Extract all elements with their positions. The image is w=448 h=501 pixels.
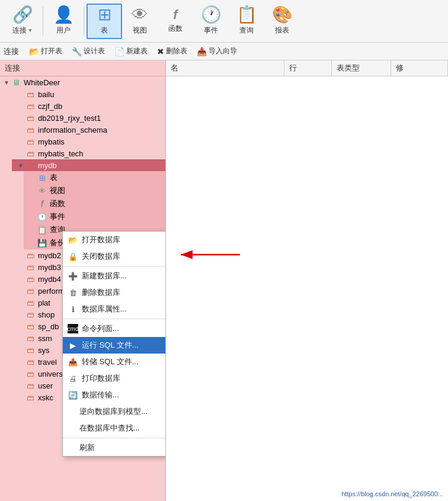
tree-root-toggle[interactable]: ▼	[2, 79, 11, 86]
label-mydb2: mydb2	[38, 251, 61, 260]
ctx-reverse-model[interactable]: 逆向数据库到模型...	[63, 403, 166, 420]
db-icon-mydb2: 🗃	[25, 250, 36, 260]
sidebar: 连接 ▼ 🖥 WhiteDeer 🗃 bailu 🗃 czjf_db	[0, 60, 166, 501]
import-wizard-button[interactable]: 📥 导入向导	[193, 44, 241, 58]
delete-table-button[interactable]: ✖ 删除表	[153, 44, 191, 58]
sidebar-header: 连接	[0, 60, 165, 76]
label-mybatis-tech: mybatis_tech	[38, 149, 84, 158]
ctx-cmd-label: 命令列面...	[82, 323, 119, 334]
func-label: 函数	[168, 24, 183, 34]
table-icon: ⊞	[98, 7, 111, 23]
ctx-refresh-label: 刷新	[79, 442, 95, 453]
import-wizard-label: 导入向导	[209, 46, 237, 56]
tree-item-mybatis[interactable]: 🗃 mybatis	[12, 136, 165, 147]
toolbar-report[interactable]: 🎨 报表	[264, 4, 300, 39]
toolbar-user[interactable]: 👤 用户	[46, 4, 81, 39]
label-bailu: bailu	[38, 90, 54, 99]
ctx-delete-db-icon: 🗑	[68, 288, 78, 297]
db-icon-sys: 🗃	[25, 345, 36, 355]
label-shop: shop	[38, 310, 55, 319]
ctx-data-transfer[interactable]: 🔄 数据传输...	[63, 387, 166, 403]
col-name: 名	[166, 60, 284, 76]
user-label: 用户	[56, 25, 71, 36]
ctx-run-sql-icon: ▶	[68, 341, 78, 350]
user-icon: 👤	[53, 7, 74, 23]
event-icon: 🕐	[201, 7, 222, 23]
toolbar-table[interactable]: ⊞ 表	[87, 4, 122, 39]
label-infschema: information_schema	[38, 126, 107, 134]
tree-item-event-folder[interactable]: 🕐 事件	[24, 210, 165, 223]
design-table-button[interactable]: 🔧 设计表	[68, 44, 109, 58]
db-icon-user: 🗃	[25, 381, 36, 390]
content-area: 连接 ▼ 🖥 WhiteDeer 🗃 bailu 🗃 czjf_db	[0, 60, 448, 501]
db-icon-infschema: 🗃	[25, 125, 36, 134]
label-mydb: mydb	[38, 161, 57, 170]
ctx-run-sql-label: 运行 SQL 文件...	[82, 340, 139, 351]
toolbar-connect[interactable]: 🔗 连接 ▼	[5, 4, 40, 39]
ctx-open-db[interactable]: 📂 打开数据库	[63, 232, 166, 248]
sub-toolbar-title: 连接	[4, 46, 19, 57]
ctx-delete-db[interactable]: 🗑 删除数据库	[63, 284, 166, 301]
ctx-db-props[interactable]: ℹ 数据库属性...	[63, 301, 166, 317]
label-mydb4: mydb4	[38, 275, 61, 284]
tree-item-func-folder[interactable]: f 函数	[24, 197, 165, 210]
toolbar-view[interactable]: 👁 视图	[122, 4, 158, 39]
ctx-transfer-sql[interactable]: 📤 转储 SQL 文件...	[63, 354, 166, 370]
ctx-new-db[interactable]: ➕ 新建数据库...	[63, 268, 166, 284]
tree-root[interactable]: ▼ 🖥 WhiteDeer	[0, 76, 165, 88]
folder-query-icon: 📋	[37, 225, 47, 235]
db-icon-bailu: 🗃	[25, 89, 36, 99]
label-plat: plat	[38, 298, 50, 307]
db-icon-db2019: 🗃	[25, 113, 36, 123]
tree-item-mybatis-tech[interactable]: 🗃 mybatis_tech	[12, 147, 165, 159]
col-rows: 行	[284, 60, 332, 76]
ctx-db-props-icon: ℹ	[68, 304, 78, 314]
db-icon-spdb: 🗃	[25, 322, 36, 331]
db-icon-plat: 🗃	[25, 298, 36, 307]
db-icon-mydb3: 🗃	[25, 262, 36, 272]
tree-item-infschema[interactable]: 🗃 information_schema	[12, 124, 165, 136]
tree-item-db2019[interactable]: 🗃 db2019_rjxy_test1	[12, 112, 165, 124]
toolbar-query[interactable]: 📋 查询	[229, 4, 264, 39]
toolbar-divider-2	[84, 7, 84, 36]
toolbar-event[interactable]: 🕐 事件	[193, 4, 229, 39]
query-label: 查询	[239, 25, 254, 36]
toggle-mydb[interactable]: ▼	[17, 162, 25, 169]
ctx-divider-3	[63, 438, 166, 438]
ctx-refresh[interactable]: 刷新	[63, 439, 166, 456]
new-table-button[interactable]: 📄 新建表	[110, 44, 152, 58]
ctx-data-transfer-label: 数据传输...	[82, 390, 119, 400]
ctx-cmd-line[interactable]: cmd 命令列面...	[63, 320, 166, 337]
folder-backup-icon: 💾	[37, 238, 47, 248]
db-icon-perf: 🗃	[25, 286, 36, 296]
tree-item-mydb[interactable]: ▼ 🗃 mydb	[12, 159, 165, 171]
ctx-run-sql[interactable]: ▶ 运行 SQL 文件...	[63, 337, 166, 354]
ctx-print-db-label: 打印数据库	[82, 373, 120, 384]
connect-arrow-icon: ▼	[28, 28, 33, 33]
ctx-divider-1	[63, 266, 166, 266]
view-icon: 👁	[132, 7, 148, 23]
design-table-label: 设计表	[84, 46, 105, 56]
db-icon-shop: 🗃	[25, 310, 36, 319]
ctx-data-transfer-icon: 🔄	[68, 390, 78, 400]
main-panel: 名 行 表类型 修	[166, 60, 448, 501]
tree-item-bailu[interactable]: 🗃 bailu	[12, 88, 165, 100]
delete-table-label: 删除表	[166, 46, 187, 56]
ctx-close-db-icon: 🔒	[68, 252, 78, 261]
open-table-button[interactable]: 📂 打开表	[25, 44, 66, 58]
ctx-close-db[interactable]: 🔒 关闭数据库	[63, 248, 166, 265]
label-event-folder: 事件	[50, 211, 65, 222]
folder-event-icon: 🕐	[37, 212, 47, 221]
tree-item-view-folder[interactable]: 👁 视图	[24, 184, 165, 197]
open-table-label: 打开表	[41, 46, 62, 56]
folder-table-icon: ⊞	[37, 173, 47, 182]
tree-item-czjf[interactable]: 🗃 czjf_db	[12, 100, 165, 112]
ctx-reverse-model-label: 逆向数据库到模型...	[79, 406, 148, 417]
ctx-find-in-db[interactable]: 在数据库中查找...	[63, 420, 166, 436]
toolbar-func[interactable]: f 函数	[158, 4, 193, 39]
tree-item-table-folder[interactable]: ⊞ 表	[24, 171, 165, 184]
ctx-print-db[interactable]: 🖨 打印数据库	[63, 370, 166, 387]
db-icon-xskc: 🗃	[25, 393, 36, 402]
ctx-db-props-label: 数据库属性...	[82, 304, 127, 314]
label-ssm: ssm	[38, 334, 52, 343]
